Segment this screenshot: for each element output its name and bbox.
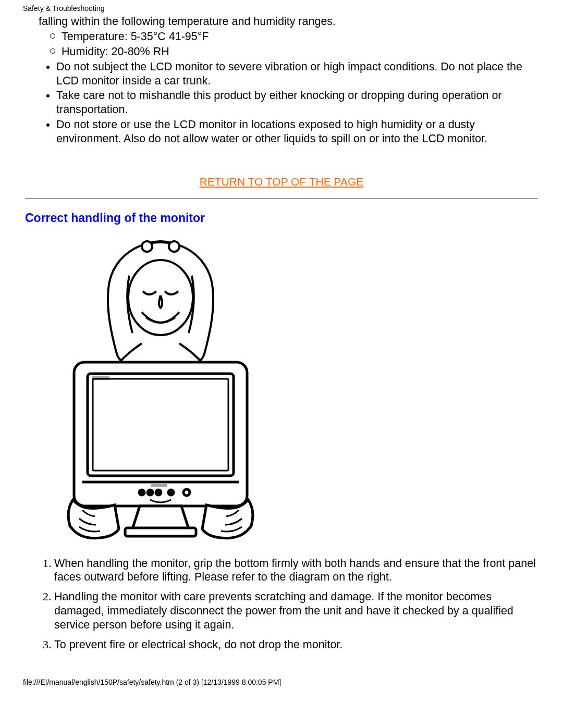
svg-point-9 [148, 490, 153, 495]
handling-steps-list: When handling the monitor, grip the bott… [25, 556, 538, 652]
svg-point-0 [142, 241, 152, 252]
svg-rect-14 [125, 528, 196, 536]
list-item: Take care not to mishandle this product … [56, 89, 538, 117]
bullet-list: Do not subject the LCD monitor to severe… [25, 60, 538, 146]
lead-text: falling within the following temperature… [39, 15, 538, 29]
svg-rect-5 [93, 379, 228, 471]
svg-point-10 [156, 490, 161, 495]
return-to-top-container: RETURN TO TOP OF THE PAGE [25, 175, 538, 189]
svg-rect-6 [92, 376, 109, 380]
list-item: Do not store or use the LCD monitor in l… [56, 118, 538, 146]
svg-rect-13 [151, 484, 167, 487]
page-footer-path: file:///E|/manual/english/150P/safety/sa… [0, 657, 563, 692]
svg-point-11 [168, 490, 174, 495]
page-header-title: Safety & Troubleshooting [0, 0, 563, 15]
list-item: Handling the monitor with care prevents … [54, 589, 538, 632]
sub-bullet-list: Temperature: 5-35°C 41-95°F Humidity: 20… [25, 30, 538, 59]
return-to-top-link[interactable]: RETURN TO TOP OF THE PAGE [200, 176, 364, 188]
list-item: When handling the monitor, grip the bott… [54, 556, 538, 585]
list-item: Temperature: 5-35°C 41-95°F [62, 30, 538, 44]
svg-point-8 [139, 490, 144, 495]
list-item: To prevent fire or electrical shock, do … [54, 637, 538, 652]
list-item: Do not subject the LCD monitor to severe… [56, 60, 538, 88]
section-divider [25, 199, 538, 199]
list-item: Humidity: 20-80% RH [62, 45, 538, 59]
section-heading: Correct handling of the monitor [25, 211, 538, 226]
monitor-handling-illustration [64, 239, 258, 546]
svg-point-1 [169, 241, 179, 252]
main-content: falling within the following temperature… [0, 15, 563, 652]
